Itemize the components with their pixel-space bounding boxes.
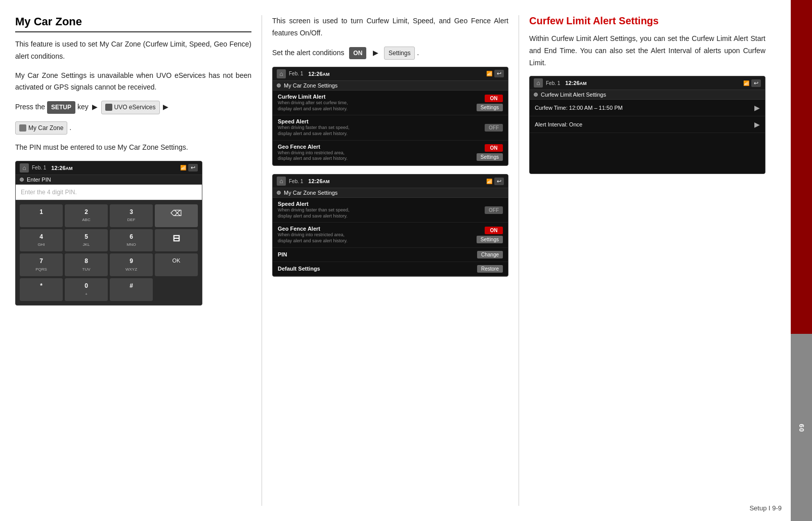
s1-row-0: Curfew Limit Alert When driving after se… [273,91,508,115]
page-layout: My Car Zone This feature is used to set … [0,0,812,521]
col1-para3-mid: key [77,103,91,111]
key-star[interactable]: * [20,278,63,301]
alert-interval-arrow: ▶ [754,120,760,128]
key-ok[interactable]: OK [155,253,198,276]
col2-s1-time: 12:26AM [308,71,329,77]
s2-row-0: Speed Alert When driving faster than set… [273,198,508,223]
pin-change-btn[interactable]: Change [477,251,503,258]
speed2-off-btn[interactable]: OFF [485,206,503,214]
home-icon [277,177,286,186]
col3-screen1: Feb. 1 12:26AM 📶 ↩ Curfew Limit Alert Se… [529,76,765,174]
col2-s2-time: 12:26AM [308,178,329,184]
key-3[interactable]: 3DEF [110,204,153,227]
col3: Curfew Limit Alert Settings Within Curfe… [519,15,776,506]
curfew-time-arrow: ▶ [754,104,760,112]
s2-row-1: Geo Fence Alert When driving into restri… [273,223,508,247]
key-1[interactable]: 1 [20,204,63,227]
key-hash[interactable]: # [110,278,153,301]
signal-icon: 📶 [486,179,492,184]
geo2-settings-btn[interactable]: Settings [477,236,503,243]
on-button[interactable]: ON [349,47,366,59]
signal-icon: 📶 [180,165,186,170]
col2-s1-header: Feb. 1 12:26AM 📶 ↩ [273,67,508,81]
curfew-time-row[interactable]: Curfew Time: 12:00 AM – 11:50 PM ▶ [530,100,765,116]
arrow1-icon: ▶ [92,103,98,111]
pin-screen-header: Feb. 1 12:26AM 📶 ↩ [16,161,202,175]
col2: This screen is used to turn Curfew Limit… [262,15,519,506]
key-del[interactable]: ⌫ [155,204,198,227]
back-button[interactable]: ↩ [188,164,198,171]
pin-input[interactable]: Enter the 4 digit PIN. [16,185,202,200]
pin-screen-time: 12:26AM [51,165,72,171]
key-4[interactable]: 4GHI [20,229,63,252]
key-7[interactable]: 7PQRS [20,253,63,276]
page-number: Setup I 9-9 [749,504,782,512]
setup-button[interactable]: SETUP [47,101,75,113]
col3-s1-title: Curfew Limit Alert Settings [541,92,606,98]
pin-keypad: 1 2ABC 3DEF ⌫ 4GHI 5JKL 6MNO ⊟ 7PQRS 8TU… [16,200,202,305]
key-empty [155,278,198,301]
back-button[interactable]: ↩ [751,79,761,87]
col1-title: My Car Zone [15,15,251,32]
mycarzone-button[interactable]: My Car Zone [15,121,67,135]
arrow3-icon: ▶ [373,49,378,57]
pin-screen: Feb. 1 12:26AM 📶 ↩ Enter PIN [15,161,202,306]
col2-s1-date: Feb. 1 [289,71,303,76]
col2-body: This screen is used to turn Curfew Limit… [272,15,508,60]
col1: My Car Zone This feature is used to set … [15,15,262,506]
col2-screen2: Feb. 1 12:26AM 📶 ↩ My Car Zone Settings [272,174,508,277]
title-dot [277,83,281,88]
key-0[interactable]: 0+ [65,278,108,301]
uvo-button[interactable]: UVO eServices [101,101,160,114]
col3-body: Within Curfew Limit Alert Settings, you … [529,33,765,69]
alert-interval-row[interactable]: Alert Interval: Once ▶ [530,116,765,133]
signal-icon: 📶 [486,71,492,76]
geo-on-btn[interactable]: ON [485,144,503,152]
key-6[interactable]: 6MNO [110,229,153,252]
key-5[interactable]: 5JKL [65,229,108,252]
col3-s1-time: 12:26AM [565,80,586,86]
key-sym[interactable]: ⊟ [155,229,198,252]
col1-para2: My Car Zone Settings is unavailable when… [15,70,251,94]
s2-row-3: Default Settings Restore [273,262,508,276]
col2-s2-title: My Car Zone Settings [284,190,337,196]
curfew-settings-btn[interactable]: Settings [477,104,503,111]
col3-s1-header: Feb. 1 12:26AM 📶 ↩ [530,76,765,90]
home-icon [20,163,29,172]
s1-row-1: Speed Alert When driving faster than set… [273,115,508,140]
col2-s1-title: My Car Zone Settings [284,82,337,89]
col2-para1: This screen is used to turn Curfew Limit… [272,15,508,39]
col2-screen1: Feb. 1 12:26AM 📶 ↩ My Car Zone Settings [272,67,508,166]
col2-s2-date: Feb. 1 [289,179,303,184]
geo-settings-btn[interactable]: Settings [477,153,503,161]
col2-para2: Set the alert conditions ON ▶ Settings . [272,47,508,60]
speed-off-btn[interactable]: OFF [485,124,503,132]
gray-sidebar: 09 [791,334,812,521]
right-sidebar: 09 [791,0,812,521]
key-2[interactable]: 2ABC [65,204,108,227]
col2-s2-header: Feb. 1 12:26AM 📶 ↩ [273,175,508,188]
col1-para1: This feature is used to set My Car Zone … [15,38,251,63]
screen-empty-space [530,133,765,173]
key-9[interactable]: 9WXYZ [110,253,153,276]
col1-para3-prefix: Press the [15,103,45,111]
back-button[interactable]: ↩ [494,178,504,185]
col3-s1-date: Feb. 1 [546,80,560,86]
mycarzone-icon [19,124,26,132]
title-dot [277,191,281,195]
col1-para3: Press the SETUP key ▶ UVO eServices ▶ [15,101,251,114]
col1-para3b: My Car Zone . [15,121,251,135]
key-8[interactable]: 8TUV [65,253,108,276]
uvo-icon [105,104,112,111]
col3-para1: Within Curfew Limit Alert Settings, you … [529,33,765,69]
arrow2-icon: ▶ [163,103,168,111]
restore-btn[interactable]: Restore [477,265,503,273]
col2-s2-title-bar: My Car Zone Settings [273,188,508,198]
curfew-on-btn[interactable]: ON [485,95,503,102]
settings-button[interactable]: Settings [384,47,415,60]
back-button[interactable]: ↩ [494,70,504,77]
geo2-on-btn[interactable]: ON [485,227,503,234]
col1-para4: The PIN must be entered to use My Car Zo… [15,142,251,154]
title-dot [534,93,538,97]
col2-s1-title-bar: My Car Zone Settings [273,81,508,91]
